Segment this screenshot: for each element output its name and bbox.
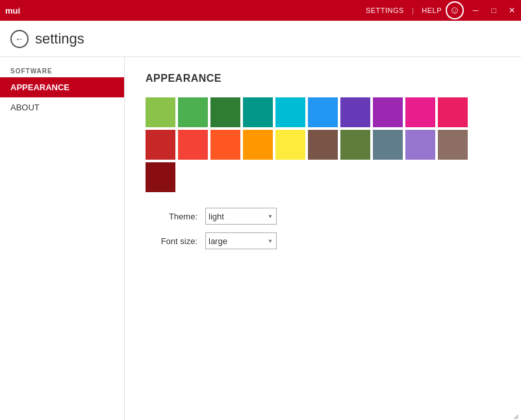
maximize-button[interactable]: □ <box>485 0 503 21</box>
color-swatch[interactable] <box>308 97 338 127</box>
color-swatch[interactable] <box>308 130 338 160</box>
color-swatch[interactable] <box>178 97 208 127</box>
titlebar: mui SETTINGS | HELP ☺ ─ □ ✕ <box>0 0 521 21</box>
color-swatch[interactable] <box>243 97 273 127</box>
sidebar-item-appearance[interactable]: APPEARANCE <box>0 77 124 97</box>
sidebar-section-label: SOFTWARE <box>0 62 124 77</box>
color-swatch[interactable] <box>373 130 403 160</box>
color-swatch[interactable] <box>210 97 240 127</box>
color-swatch[interactable] <box>340 130 370 160</box>
nav-separator: | <box>412 6 414 14</box>
color-swatch[interactable] <box>178 130 208 160</box>
color-swatch[interactable] <box>243 130 273 160</box>
titlebar-nav: SETTINGS | HELP <box>366 6 442 14</box>
color-swatch[interactable] <box>405 130 435 160</box>
color-swatch[interactable] <box>373 97 403 127</box>
page-header: ← settings <box>0 21 521 57</box>
color-swatch[interactable] <box>210 130 240 160</box>
main-content: APPEARANCE Theme: lightdark Font size: s… <box>125 57 521 420</box>
appearance-title: APPEARANCE <box>146 73 500 84</box>
app-name: mui <box>5 6 20 16</box>
sidebar-item-about[interactable]: ABOUT <box>0 97 124 117</box>
color-swatch[interactable] <box>146 130 175 160</box>
help-link[interactable]: HELP <box>422 6 442 14</box>
theme-label: Theme: <box>146 212 197 221</box>
back-button[interactable]: ← <box>10 30 29 48</box>
color-swatch[interactable] <box>438 130 468 160</box>
color-swatch[interactable] <box>146 162 175 192</box>
resize-handle[interactable]: ◢ <box>513 412 520 419</box>
theme-select-wrapper: lightdark <box>205 208 277 225</box>
color-swatch[interactable] <box>405 97 435 127</box>
theme-select[interactable]: lightdark <box>205 208 277 225</box>
color-swatch[interactable] <box>146 97 175 127</box>
font-size-label: Font size: <box>146 236 197 246</box>
color-swatch[interactable] <box>438 97 468 127</box>
font-size-row: Font size: smallmediumlargeextra large <box>146 232 500 249</box>
color-swatch[interactable] <box>275 130 305 160</box>
settings-link[interactable]: SETTINGS <box>366 6 404 14</box>
color-grid <box>146 97 483 192</box>
close-button[interactable]: ✕ <box>503 0 521 21</box>
theme-row: Theme: lightdark <box>146 208 500 225</box>
logo-icon[interactable]: ☺ <box>446 1 464 19</box>
font-size-select[interactable]: smallmediumlargeextra large <box>205 232 277 249</box>
sidebar: SOFTWARE APPEARANCE ABOUT <box>0 57 125 420</box>
layout: SOFTWARE APPEARANCE ABOUT APPEARANCE The… <box>0 57 521 420</box>
minimize-button[interactable]: ─ <box>466 0 485 21</box>
font-size-select-wrapper: smallmediumlargeextra large <box>205 232 277 249</box>
page-title: settings <box>35 31 84 47</box>
color-swatch[interactable] <box>275 97 305 127</box>
color-swatch[interactable] <box>340 97 370 127</box>
